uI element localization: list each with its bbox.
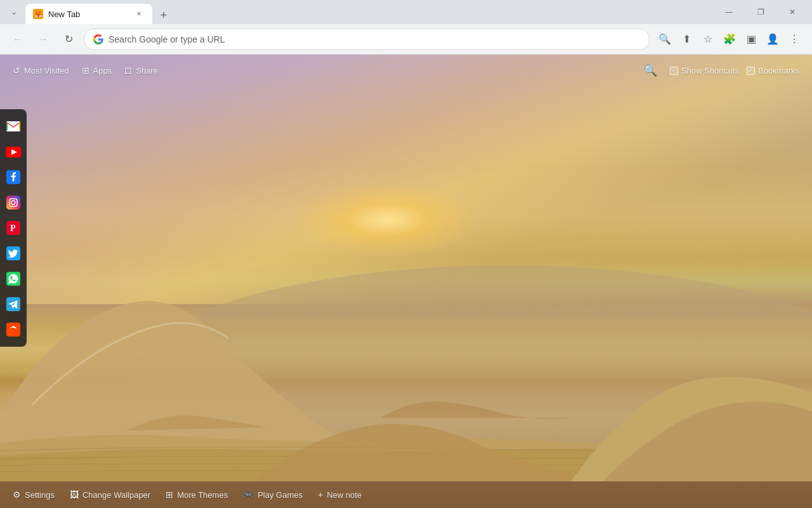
sidebar-item-gmail[interactable] [1,114,25,138]
window-controls: — ❐ ✕ [714,2,807,22]
svg-rect-13 [6,297,20,311]
apps-nav[interactable]: ⊞ Apps [82,65,112,76]
show-shortcuts-checkbox[interactable]: ✓ [670,67,678,75]
tab-list-button[interactable]: ⌄ [5,3,23,21]
show-shortcuts-toggle[interactable]: ✓ Show Shortcuts [670,66,739,76]
bookmark-button[interactable]: ☆ [698,29,718,50]
sky-overlay [0,55,812,304]
new-note-label: New note [327,490,362,500]
ntp-right-actions: ✓ Show Shortcuts ✓ Bookmarks [670,66,799,76]
bookmarks-checkbox[interactable]: ✓ [747,67,755,75]
reload-button[interactable]: ↻ [58,29,79,50]
omnibox[interactable]: Search Google or type a URL [84,29,650,50]
sidebar-item-twitter[interactable] [1,241,25,265]
svg-rect-5 [6,196,20,210]
ntp-bottombar: ⚙ Settings 🖼 Change Wallpaper ⊞ More The… [0,481,812,508]
browser-toolbar: ← → ↻ Search Google or type a URL 🔍 ⬆ ☆ … [0,24,812,55]
active-tab[interactable]: 🦊 New Tab × [25,4,152,24]
most-visited-nav[interactable]: ↺ Most Visited [13,65,69,76]
play-games-button[interactable]: 🎮 Play Games [243,490,303,500]
minimize-button[interactable]: — [714,2,743,22]
ntp-search-button[interactable]: 🔍 [643,64,657,77]
sidebar-item-facebook[interactable] [1,165,25,189]
search-toolbar-button[interactable]: 🔍 [655,29,675,50]
share-nav[interactable]: ⊡ Share [124,65,158,76]
sidebar-item-pinterest[interactable]: P [1,216,25,240]
settings-icon: ⚙ [13,490,21,500]
tab-title: New Tab [48,10,128,19]
share-button[interactable]: ⬆ [676,29,697,50]
sidebar-item-youtube[interactable] [1,140,25,164]
sidebar-item-telegram[interactable] [1,292,25,316]
maximize-button[interactable]: ❐ [746,2,775,22]
change-wallpaper-button[interactable]: 🖼 Change Wallpaper [70,490,150,500]
show-shortcuts-label: Show Shortcuts [681,66,739,76]
play-games-label: Play Games [258,490,303,500]
ntp-topbar: ↺ Most Visited ⊞ Apps ⊡ Share 🔍 ✓ Show S… [0,55,812,86]
settings-label: Settings [25,490,55,500]
sidebar-button[interactable]: ▣ [741,29,761,50]
menu-button[interactable]: ⋮ [784,29,804,50]
svg-point-8 [16,199,17,200]
sidebar-item-reddit[interactable] [1,318,25,342]
play-games-icon: 🎮 [243,490,254,500]
share-nav-label: Share [136,66,158,76]
tab-bar: 🦊 New Tab × + [25,0,712,24]
back-button[interactable]: ← [8,29,28,50]
new-tab-page: ↺ Most Visited ⊞ Apps ⊡ Share 🔍 ✓ Show S… [0,55,812,508]
apps-label: Apps [93,66,112,76]
sun-glow [292,182,482,258]
profile-button[interactable]: 👤 [763,29,783,50]
svg-text:P: P [10,224,16,233]
share-nav-icon: ⊡ [124,65,132,76]
most-visited-label: Most Visited [24,66,69,76]
extensions-button[interactable]: 🧩 [719,29,740,50]
toolbar-actions: 🔍 ⬆ ☆ 🧩 ▣ 👤 ⋮ [655,29,804,50]
more-themes-icon: ⊞ [166,490,173,500]
titlebar: ⌄ 🦊 New Tab × + — ❐ ✕ [0,0,812,24]
more-themes-label: More Themes [177,490,228,500]
bookmarks-label: Bookmarks [758,66,799,76]
change-wallpaper-icon: 🖼 [70,490,79,500]
sidebar-item-instagram[interactable] [1,190,25,215]
change-wallpaper-label: Change Wallpaper [82,490,150,500]
new-note-icon: + [318,490,323,500]
most-visited-icon: ↺ [13,65,20,76]
tab-favicon: 🦊 [33,9,43,19]
forward-button[interactable]: → [33,29,53,50]
close-button[interactable]: ✕ [778,2,807,22]
omnibox-text: Search Google or type a URL [108,34,640,44]
google-logo-icon [93,34,103,44]
side-dock: P [0,109,27,347]
bookmarks-toggle[interactable]: ✓ Bookmarks [747,66,799,76]
sidebar-item-whatsapp[interactable] [1,267,25,291]
new-tab-button[interactable]: + [155,6,173,24]
apps-icon: ⊞ [82,65,89,76]
more-themes-button[interactable]: ⊞ More Themes [166,490,228,500]
tab-close-button[interactable]: × [133,8,145,20]
settings-button[interactable]: ⚙ Settings [13,490,55,500]
new-note-button[interactable]: + New note [318,490,362,500]
